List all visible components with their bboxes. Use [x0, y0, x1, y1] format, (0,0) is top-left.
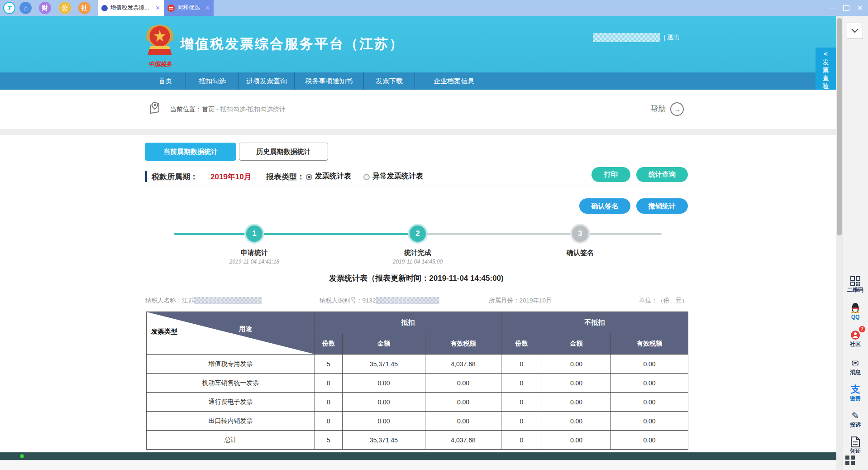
radio-abnormal-invoice-stats-label[interactable]: 异常发票统计表 [372, 172, 423, 181]
divider [145, 186, 688, 186]
help-arrow-icon[interactable]: → [670, 102, 684, 116]
collapse-panel-button[interactable] [847, 23, 863, 39]
step-2-label: 统计完成 [368, 249, 467, 257]
rail-item-community[interactable]: 7 社区 [843, 329, 868, 348]
nav-item-deduction[interactable]: 抵扣勾选 [186, 72, 239, 90]
restore-button[interactable] [841, 4, 852, 12]
tab-current-period-stats[interactable]: 当前属期数据统计 [145, 143, 236, 161]
cell: 0 [501, 431, 542, 450]
table-row: 出口转内销发票 0 0.00 0.00 0 0.00 0.00 [147, 412, 688, 431]
cell: 0 [501, 412, 542, 431]
breadcrumb-path: - 抵扣勾选-抵扣勾选统计 [215, 106, 286, 113]
report-type-label: 报表类型： [266, 172, 305, 182]
help-link[interactable]: 帮助 [650, 104, 666, 114]
cell: 0.00 [542, 412, 611, 431]
t-logo-icon[interactable]: T [3, 2, 15, 14]
rail-item-complaint[interactable]: ✎ 投诉 [843, 409, 868, 428]
nav-item-home[interactable]: 首页 [145, 72, 186, 90]
table-row: 通行费电子发票 0 0.00 0.00 0 0.00 0.00 [147, 393, 688, 412]
alipay-icon: 支 [843, 383, 868, 395]
tab-title: 增值税发票综... [110, 4, 149, 12]
emblem-caption: 中国税务 [141, 60, 179, 68]
col-header: 份数 [501, 333, 542, 355]
nav-item-invoice-download[interactable]: 发票下载 [364, 72, 415, 90]
apps-grid-icon[interactable] [845, 456, 855, 465]
cell: 4,037.68 [425, 355, 501, 374]
stepper-progress [174, 233, 418, 235]
masked-taxpayer-name [194, 297, 262, 304]
cell: 0 [501, 355, 542, 374]
voucher-icon [843, 436, 868, 447]
tax-period-value: 2019年10月 [210, 172, 252, 182]
col-header-usage: 用途 [239, 325, 252, 333]
tab-favicon [101, 5, 108, 11]
browser-tab-active[interactable]: 增值税发票综... ✕ [98, 0, 164, 16]
rail-item-qrcode[interactable]: 二维码 [843, 274, 868, 293]
rail-label: QQ [843, 313, 868, 321]
message-icon: ✉ [843, 357, 868, 369]
close-button[interactable]: ✕ [854, 4, 865, 12]
close-tab-icon[interactable]: ✕ [205, 5, 210, 11]
finance-app-icon[interactable]: 财 [39, 2, 51, 14]
report-title: 发票统计表（报表更新时间：2019-11-04 14:45:00) [145, 273, 688, 283]
app-header [0, 16, 836, 72]
social-app-icon[interactable]: 社 [78, 2, 91, 14]
step-1-time: 2019-11-04 14:41:18 [205, 259, 304, 265]
radio-invoice-stats[interactable] [306, 174, 312, 180]
print-button[interactable]: 打印 [591, 167, 630, 182]
cell: 0.00 [425, 412, 501, 431]
row-label: 机动车销售统一发票 [147, 374, 315, 393]
close-tab-icon[interactable]: ✕ [155, 5, 160, 11]
breadcrumb: 当前位置：首页 - 抵扣勾选-抵扣勾选统计 [170, 106, 286, 114]
cell: 0.00 [542, 393, 611, 412]
home-icon[interactable]: ⌂ [19, 2, 32, 14]
cell: 0.00 [343, 374, 425, 393]
col-header: 有效税额 [425, 333, 501, 355]
corner-header-cell: 发票类型 用途 [147, 312, 315, 355]
step-1-circle: 1 [246, 225, 262, 242]
masked-taxpayer-id [376, 297, 439, 304]
qr-code-icon [843, 274, 868, 286]
cell: 5 [315, 355, 343, 374]
chevron-down-icon [851, 29, 858, 33]
tab-history-period-stats[interactable]: 历史属期数据统计 [239, 143, 328, 161]
cell: 0.00 [343, 412, 425, 431]
revoke-stats-button[interactable]: 撤销统计 [636, 198, 688, 214]
radio-abnormal-invoice-stats[interactable] [363, 174, 370, 180]
tab-favicon [167, 5, 175, 12]
rail-label: 二维码 [843, 286, 868, 293]
col-header: 份数 [315, 333, 343, 355]
nav-item-company-archive[interactable]: 企业档案信息 [415, 72, 493, 90]
table-row: 机动车销售统一发票 0 0.00 0.00 0 0.00 0.00 [147, 374, 688, 393]
logout-link[interactable]: 退出 [667, 34, 680, 42]
breadcrumb-location: 当前位置：首页 [170, 106, 215, 113]
cell: 0.00 [425, 374, 501, 393]
rail-item-voucher[interactable]: 凭证 [843, 436, 868, 455]
status-bar [0, 452, 842, 460]
main-nav: 首页 抵扣勾选 进项发票查询 税务事项通知书 发票下载 企业档案信息 [0, 72, 836, 90]
public-app-icon[interactable]: 公 [59, 2, 71, 14]
rail-item-qq[interactable]: QQ [843, 302, 868, 321]
nav-item-invoice-query[interactable]: 进项发票查询 [239, 72, 295, 90]
report-month: 所属月份：2019年10月 [489, 297, 552, 305]
scrollbar-thumb[interactable] [837, 18, 842, 235]
notification-badge: 7 [859, 326, 865, 332]
rail-label: 投诉 [843, 421, 868, 428]
cell: 0.00 [343, 393, 425, 412]
chevron-left-icon: < [816, 48, 836, 58]
rail-label: 社区 [843, 341, 868, 348]
radio-invoice-stats-label[interactable]: 发票统计表 [315, 172, 351, 181]
browser-tab-inactive[interactable]: 同和优选 ✕ [164, 0, 214, 16]
nav-item-tax-notice[interactable]: 税务事项通知书 [295, 72, 364, 90]
browser-top-bar: T ⌂ 财 公 社 增值税发票综... ✕ 同和优选 ✕ — ✕ [0, 0, 868, 16]
rail-item-payment[interactable]: 支 缴费 [843, 383, 868, 402]
tax-period-label: 税款所属期： [152, 172, 198, 182]
cell: 0.00 [425, 393, 501, 412]
confirm-signature-button[interactable]: 确认签名 [579, 198, 630, 214]
minimize-button[interactable]: — [827, 4, 838, 12]
table-row: 增值税专用发票 5 35,371.45 4,037.68 0 0.00 0.00 [147, 355, 688, 374]
cell: 0.00 [611, 412, 688, 431]
rail-item-message[interactable]: ✉ 消息 [843, 357, 868, 376]
stats-query-button[interactable]: 统计查询 [636, 167, 688, 182]
cell: 0 [315, 412, 343, 431]
